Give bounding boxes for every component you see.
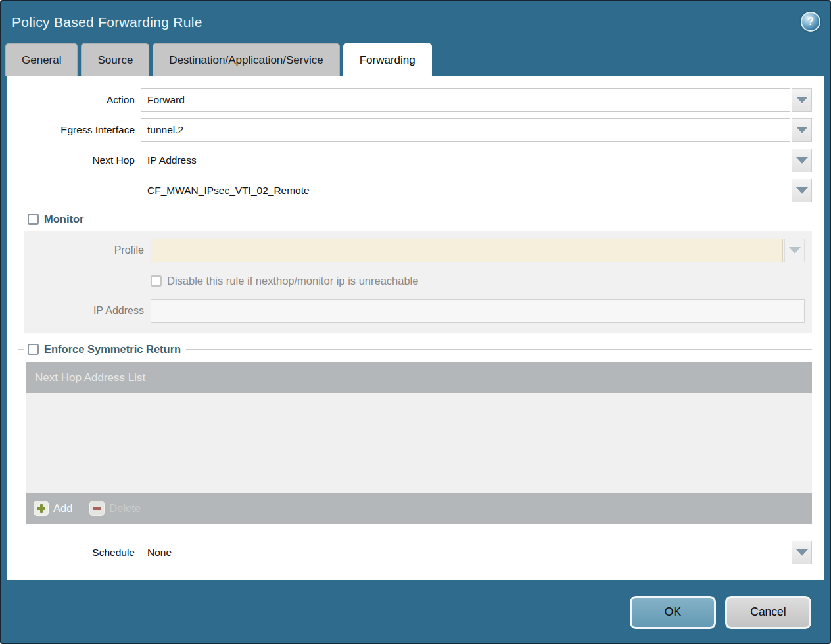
monitor-panel: Profile Disable this rule if nexthop/mon…	[24, 231, 812, 333]
disable-rule-checkbox	[151, 275, 162, 287]
profile-row: Profile	[24, 239, 805, 262]
divider	[18, 349, 24, 350]
monitor-legend: Monitor	[18, 213, 812, 225]
profile-select	[151, 239, 783, 262]
action-select[interactable]: Forward	[141, 88, 790, 112]
schedule-row: Schedule None	[7, 541, 824, 564]
next-hop-address-table-header: Next Hop Address List	[26, 362, 812, 393]
cancel-button[interactable]: Cancel	[725, 596, 811, 629]
next-hop-address-dropdown-button[interactable]	[792, 179, 812, 202]
tab-general[interactable]: General	[5, 43, 78, 76]
minus-icon	[89, 501, 105, 516]
egress-interface-select[interactable]: tunnel.2	[141, 118, 790, 142]
profile-dropdown-button	[784, 239, 805, 262]
egress-interface-dropdown-button[interactable]	[792, 118, 812, 142]
divider	[18, 219, 24, 219]
chevron-down-icon	[796, 549, 808, 556]
monitor-section: Monitor Profile Disable this rule if nex…	[18, 213, 812, 333]
enforce-symmetric-return-legend: Enforce Symmetric Return	[18, 343, 812, 356]
next-hop-type-select[interactable]: IP Address	[141, 149, 790, 172]
next-hop-label: Next Hop	[7, 154, 141, 166]
pbf-rule-dialog: Policy Based Forwarding Rule ? General S…	[0, 0, 831, 644]
next-hop-row: Next Hop IP Address	[7, 149, 824, 172]
schedule-dropdown-button[interactable]	[792, 541, 812, 564]
enforce-symmetric-return-section: Enforce Symmetric Return Next Hop Addres…	[18, 343, 812, 524]
delete-button-label: Delete	[109, 502, 141, 515]
monitor-legend-label: Monitor	[44, 213, 83, 225]
monitor-checkbox[interactable]	[28, 214, 39, 225]
tab-source[interactable]: Source	[81, 43, 149, 76]
next-hop-address-table: Next Hop Address List Add Delete	[26, 362, 812, 524]
add-button-label: Add	[53, 502, 72, 515]
help-icon[interactable]: ?	[801, 12, 820, 32]
dialog-title: Policy Based Forwarding Rule	[12, 14, 202, 30]
plus-icon	[34, 501, 49, 516]
tab-destination-application-service[interactable]: Destination/Application/Service	[153, 43, 339, 76]
action-row: Action Forward	[7, 88, 824, 112]
enforce-symmetric-return-checkbox[interactable]	[28, 344, 39, 355]
disable-rule-row: Disable this rule if nexthop/monitor ip …	[151, 270, 805, 291]
tab-strip: General Source Destination/Application/S…	[1, 43, 830, 76]
ok-button[interactable]: OK	[630, 596, 716, 629]
monitor-ip-input	[151, 299, 805, 323]
next-hop-dropdown-button[interactable]	[792, 149, 812, 172]
profile-label: Profile	[24, 244, 151, 256]
chevron-down-icon	[796, 187, 808, 194]
tab-forwarding[interactable]: Forwarding	[343, 43, 432, 76]
chevron-down-icon	[789, 247, 801, 254]
schedule-select[interactable]: None	[141, 541, 790, 564]
divider	[89, 219, 812, 219]
forwarding-tab-panel: Action Forward Egress Interface tunnel.2…	[7, 76, 824, 580]
egress-interface-label: Egress Interface	[7, 124, 141, 136]
chevron-down-icon	[796, 97, 808, 103]
next-hop-address-table-body[interactable]	[26, 393, 812, 493]
next-hop-address-row: CF_MWAN_IPsec_VTI_02_Remote	[7, 179, 824, 202]
next-hop-address-table-toolbar: Add Delete	[26, 493, 812, 524]
dialog-titlebar: Policy Based Forwarding Rule ?	[1, 1, 830, 43]
delete-button: Delete	[89, 501, 141, 516]
monitor-ip-row: IP Address	[24, 299, 805, 323]
chevron-down-icon	[796, 157, 808, 164]
action-dropdown-button[interactable]	[792, 88, 812, 112]
disable-rule-label: Disable this rule if nexthop/monitor ip …	[167, 275, 418, 287]
egress-interface-row: Egress Interface tunnel.2	[7, 118, 824, 142]
divider	[186, 349, 812, 350]
action-label: Action	[7, 94, 141, 106]
schedule-label: Schedule	[7, 547, 141, 559]
dialog-footer: OK Cancel	[1, 582, 830, 643]
add-button[interactable]: Add	[34, 501, 72, 516]
next-hop-address-select[interactable]: CF_MWAN_IPsec_VTI_02_Remote	[141, 179, 790, 202]
enforce-symmetric-return-legend-label: Enforce Symmetric Return	[44, 343, 181, 356]
chevron-down-icon	[796, 127, 808, 133]
monitor-ip-label: IP Address	[24, 305, 151, 317]
